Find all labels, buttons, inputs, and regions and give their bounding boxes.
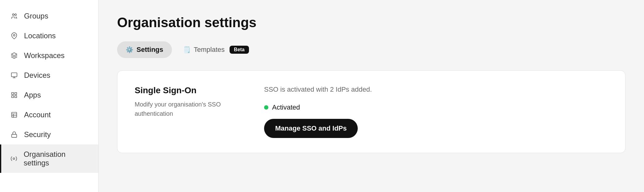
activated-row: Activated [264, 103, 608, 111]
svg-rect-7 [12, 93, 14, 94]
sidebar-item-label-apps: Apps [24, 91, 41, 99]
main-content: Organisation settings ⚙️ Settings 🗒️ Tem… [99, 0, 644, 192]
sidebar-item-apps[interactable]: Apps [0, 85, 98, 105]
settings-tab-icon: ⚙️ [126, 46, 133, 53]
svg-rect-4 [11, 73, 17, 77]
sidebar-item-devices[interactable]: Devices [0, 65, 98, 85]
sidebar-item-label-devices: Devices [24, 71, 50, 80]
sidebar-item-label-groups: Groups [24, 12, 48, 20]
sidebar-item-locations[interactable]: Locations [0, 26, 98, 46]
svg-rect-9 [12, 96, 14, 98]
sidebar-item-label-workspaces: Workspaces [24, 51, 65, 60]
svg-rect-11 [12, 112, 17, 118]
sidebar-item-label-account: Account [24, 111, 51, 119]
templates-tab-icon: 🗒️ [183, 46, 191, 53]
sidebar-item-label-organisation-settings: Organisation settings [24, 150, 90, 167]
svg-point-2 [13, 34, 15, 36]
svg-point-1 [15, 14, 17, 16]
sso-card-left: Single Sign-On Modify your organisation'… [135, 86, 239, 118]
sidebar-item-groups[interactable]: Groups [0, 6, 98, 26]
apps-icon [10, 92, 18, 98]
svg-marker-3 [11, 53, 17, 56]
sso-card-right: SSO is activated with 2 IdPs added. Acti… [264, 86, 608, 138]
workspaces-icon [10, 52, 18, 59]
sidebar-item-account[interactable]: Account [0, 105, 98, 125]
sso-status-text: SSO is activated with 2 IdPs added. [264, 86, 608, 94]
locations-icon [10, 32, 18, 39]
activated-dot [264, 105, 268, 110]
svg-rect-10 [15, 96, 17, 98]
sidebar-item-label-locations: Locations [24, 31, 56, 40]
tab-templates[interactable]: 🗒️ Templates Beta [174, 41, 258, 58]
svg-rect-15 [12, 134, 17, 137]
sidebar-item-security[interactable]: Security [0, 125, 98, 144]
tab-templates-label: Templates [194, 46, 225, 54]
account-icon [10, 111, 18, 118]
page-title: Organisation settings [117, 15, 626, 30]
organisation-settings-icon [10, 155, 18, 162]
sidebar-item-label-security: Security [24, 130, 51, 139]
manage-sso-button[interactable]: Manage SSO and IdPs [264, 119, 358, 138]
svg-point-0 [13, 14, 14, 16]
sso-description: Modify your organisation's SSO authentic… [135, 100, 239, 118]
devices-icon [10, 72, 18, 79]
svg-point-16 [13, 158, 15, 160]
sso-card: Single Sign-On Modify your organisation'… [117, 70, 626, 153]
security-icon [10, 131, 18, 138]
sidebar-item-workspaces[interactable]: Workspaces [0, 46, 98, 65]
groups-icon [10, 13, 18, 19]
sso-title: Single Sign-On [135, 86, 239, 95]
sidebar: GroupsLocationsWorkspacesDevicesAppsAcco… [0, 0, 99, 192]
activated-label: Activated [272, 103, 300, 111]
tab-settings-label: Settings [137, 46, 163, 54]
tabs-bar: ⚙️ Settings 🗒️ Templates Beta [117, 41, 626, 58]
svg-rect-8 [15, 93, 17, 94]
beta-badge: Beta [230, 46, 249, 54]
sidebar-item-organisation-settings[interactable]: Organisation settings [0, 144, 98, 173]
tab-settings[interactable]: ⚙️ Settings [117, 41, 172, 58]
